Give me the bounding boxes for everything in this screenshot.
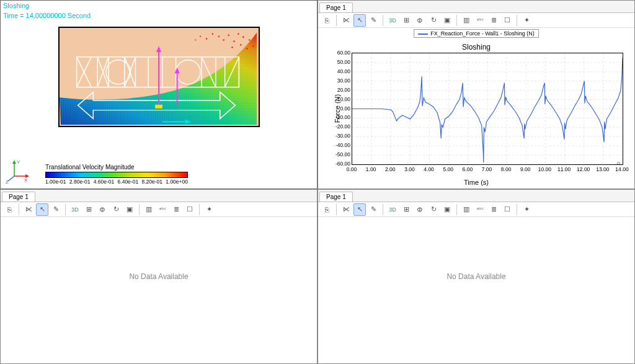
svg-point-12	[205, 38, 207, 40]
svg-point-15	[231, 47, 233, 48]
rotate-icon[interactable]: ↻	[110, 203, 122, 216]
chart-title: Sloshing	[323, 43, 629, 51]
svg-point-3	[248, 39, 250, 41]
axes-icon[interactable]: ⊞	[82, 203, 95, 216]
wand-icon[interactable]: ✦	[520, 14, 533, 27]
simulation-viewport[interactable]: Sloshing Time = 14,00000000 Second	[0, 0, 318, 189]
brush-icon[interactable]: ✎	[50, 203, 62, 216]
brush-icon[interactable]: ✎	[367, 14, 380, 27]
wand-icon[interactable]: ✦	[203, 203, 215, 216]
abc-icon[interactable]: ᵃᵇᶜ	[156, 203, 169, 216]
legend-title: Translational Velocity Magnitude	[45, 164, 188, 171]
tab-page1[interactable]: Page 1	[319, 192, 353, 202]
svg-point-6	[223, 39, 224, 41]
toolbar: ⎘ ⋉ ↖ ✎ 3D ⊞ Φ ↻ ▣ ▥ ᵃᵇᶜ ≣ ☐ ✦	[318, 202, 634, 217]
three-d-icon[interactable]: 3D	[386, 14, 399, 27]
list-icon[interactable]: ≣	[487, 14, 500, 27]
brush-icon[interactable]: ✎	[367, 203, 380, 216]
toolbar: ⎘ ⋉ ↖ ✎ 3D ⊞ Φ ↻ ▣ ▥ ᵃᵇᶜ ≣ ☐ ✦	[1, 202, 317, 217]
line-chart-icon[interactable]: ⋉	[340, 14, 352, 27]
no-data-label: No Data Available	[129, 272, 188, 281]
particle-field-svg	[60, 28, 259, 126]
three-d-icon[interactable]: 3D	[386, 203, 399, 216]
svg-point-10	[246, 48, 247, 50]
copy-icon[interactable]: ⎘	[3, 203, 16, 216]
svg-point-4	[233, 40, 235, 42]
layers-icon[interactable]: ▣	[123, 203, 136, 216]
cursor-icon[interactable]: ↖	[36, 203, 48, 216]
color-legend: Translational Velocity Magnitude 1.00e-0…	[45, 164, 188, 185]
bottom-right-panel: Page 1 ⎘ ⋉ ↖ ✎ 3D ⊞ Φ ↻ ▣ ▥ ᵃᵇᶜ ≣ ☐ ✦ No…	[318, 189, 635, 364]
svg-text:X: X	[24, 177, 28, 183]
sim-title-line2: Time = 14,00000000 Second	[1, 11, 317, 20]
plot-svg: 14.00	[352, 53, 623, 164]
line-chart-icon[interactable]: ⋉	[22, 203, 35, 216]
layers-icon[interactable]: ▣	[441, 203, 453, 216]
chart-toolbar: ⎘ ⋉ ↖ ✎ 3D ⊞ Φ ↻ ▣ ▥ ᵃᵇᶜ ≣ ☐ ✦	[318, 13, 634, 28]
svg-point-13	[200, 36, 201, 37]
tab-strip: Page 1	[1, 190, 317, 202]
cursor-icon[interactable]: ↖	[353, 203, 366, 216]
rotate-icon[interactable]: ↻	[427, 14, 440, 27]
svg-point-8	[211, 33, 213, 35]
wand-icon[interactable]: ✦	[520, 203, 533, 216]
svg-point-27	[106, 60, 131, 84]
tab-strip: Page 1	[318, 1, 634, 13]
svg-point-7	[218, 35, 220, 37]
axis-triad: Y X Z	[6, 159, 30, 185]
chart-legend: FX_Reaction_Force - Wall1 - Sloshing (N)	[414, 29, 539, 38]
svg-text:Z: Z	[6, 179, 9, 184]
colorbar	[45, 172, 188, 178]
box-icon[interactable]: ☐	[501, 203, 513, 216]
tab-strip: Page 1	[318, 190, 634, 202]
phi-icon[interactable]: Φ	[96, 203, 109, 216]
svg-rect-42	[155, 105, 162, 109]
chart-panel: Page 1 ⎘ ⋉ ↖ ✎ 3D ⊞ Φ ↻ ▣ ▥ ᵃᵇᶜ ≣ ☐ ✦ FX…	[318, 0, 635, 189]
axes-icon[interactable]: ⊞	[400, 14, 412, 27]
cursor-icon[interactable]: ↖	[353, 14, 366, 27]
svg-marker-39	[156, 46, 161, 52]
tank-body	[58, 27, 260, 127]
legend-ticks: 1.00e-01 2.80e-01 4.60e-01 6.40e-01 8.20…	[45, 179, 188, 185]
tab-page1[interactable]: Page 1	[319, 2, 353, 12]
svg-marker-46	[12, 160, 16, 164]
chart-area[interactable]: FX_Reaction_Force - Wall1 - Sloshing (N)…	[318, 28, 634, 189]
svg-point-14	[195, 40, 196, 41]
bottom-left-panel: Page 1 ⎘ ⋉ ↖ ✎ 3D ⊞ Φ ↻ ▣ ▥ ᵃᵇᶜ ≣ ☐ ✦ No…	[0, 189, 318, 364]
axes-icon[interactable]: ⊞	[400, 203, 412, 216]
rotate-icon[interactable]: ↻	[427, 203, 440, 216]
svg-line-51	[8, 176, 14, 181]
no-data-label: No Data Available	[446, 272, 505, 281]
abc-icon[interactable]: ᵃᵇᶜ	[474, 203, 486, 216]
bar-icon[interactable]: ▥	[460, 14, 473, 27]
abc-icon[interactable]: ᵃᵇᶜ	[474, 14, 486, 27]
svg-text:Y: Y	[17, 159, 20, 165]
list-icon[interactable]: ≣	[170, 203, 182, 216]
plot-box: 14.00	[352, 53, 623, 165]
svg-point-11	[240, 44, 242, 46]
svg-point-9	[252, 45, 254, 47]
svg-text:14.00: 14.00	[616, 161, 621, 164]
bar-icon[interactable]: ▥	[460, 203, 473, 216]
line-chart-icon[interactable]: ⋉	[340, 203, 352, 216]
list-icon[interactable]: ≣	[487, 203, 500, 216]
box-icon[interactable]: ☐	[501, 14, 513, 27]
svg-point-5	[228, 34, 229, 36]
sim-render-area[interactable]	[1, 20, 317, 165]
svg-point-1	[242, 36, 244, 38]
svg-marker-41	[174, 67, 179, 73]
layers-icon[interactable]: ▣	[441, 14, 453, 27]
bar-icon[interactable]: ▥	[143, 203, 155, 216]
copy-icon[interactable]: ⎘	[321, 203, 333, 216]
phi-icon[interactable]: Φ	[414, 14, 426, 27]
box-icon[interactable]: ☐	[184, 203, 196, 216]
svg-point-31	[175, 60, 200, 84]
phi-icon[interactable]: Φ	[414, 203, 426, 216]
sim-title-line1: Sloshing	[1, 1, 317, 11]
three-d-icon[interactable]: 3D	[69, 203, 81, 216]
tab-page1[interactable]: Page 1	[2, 192, 35, 202]
svg-point-2	[238, 33, 239, 35]
chart-xlabel: Time (s)	[464, 179, 489, 186]
copy-icon[interactable]: ⎘	[321, 14, 333, 27]
